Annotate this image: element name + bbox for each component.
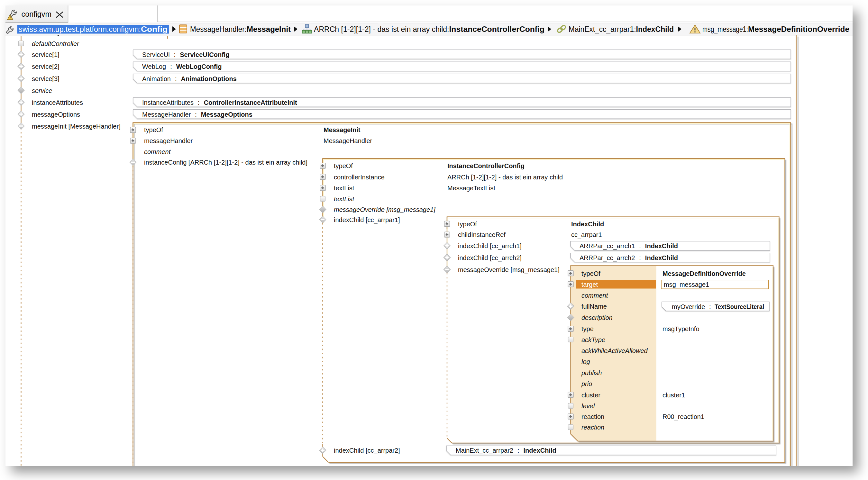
svg-text:service: service [32,87,52,94]
svg-text:ARRCh [1-2][1-2] - das ist ein: ARRCh [1-2][1-2] - das ist ein array chi… [314,25,449,33]
svg-text:MessageDefinitionOverride: MessageDefinitionOverride [662,270,746,277]
svg-text:myOverride: myOverride [672,303,705,310]
svg-text::: : [709,303,711,310]
svg-text:MessageInit: MessageInit [247,25,291,33]
svg-text:publish: publish [581,370,602,377]
svg-text:type: type [582,325,594,332]
svg-text:ARRPar_cc_arrch1:IndexChild: ARRPar_cc_arrch1:IndexChild [580,243,678,250]
svg-text:indexChild [cc_arrpar1]: indexChild [cc_arrpar1] [334,216,400,224]
svg-text:ARRPar_cc_arrch2:IndexChild: ARRPar_cc_arrch2:IndexChild [580,254,678,262]
svg-text:ARRCh [1-2][1-2] - das ist ein: ARRCh [1-2][1-2] - das ist ein array chi… [447,173,563,181]
svg-text:InstanceAttributes:ControllerI: InstanceAttributes:ControllerInstanceAtt… [142,99,297,106]
svg-text:MessageHandler: MessageHandler [323,137,372,145]
svg-text:messageInit [MessageHandler]: messageInit [MessageHandler] [32,123,121,130]
svg-text:ackWhileActiveAllowed: ackWhileActiveAllowed [582,347,648,354]
svg-text:instanceAttributes: instanceAttributes [32,99,83,106]
svg-text:typeOf: typeOf [582,270,600,277]
svg-text:service[2]: service[2] [32,63,60,70]
svg-text:msg_message1: msg_message1 [664,281,709,288]
svg-text:level: level [582,403,595,410]
svg-text:Config: Config [141,25,167,33]
svg-text:prio: prio [581,380,592,387]
svg-text:indexChild [cc_arrch1]: indexChild [cc_arrch1] [458,243,522,250]
svg-text:typeOf: typeOf [334,162,353,169]
svg-text:MessageTextList: MessageTextList [447,185,495,192]
svg-text:WebLog:WebLogConfig: WebLog:WebLogConfig [142,63,222,70]
svg-text:MessageHandler:: MessageHandler: [190,25,247,33]
svg-text:swiss.avm.up.test.platform.con: swiss.avm.up.test.platform.configvm: [19,25,141,33]
svg-text:description: description [582,314,613,321]
svg-text:instanceConfig [ARRCh [1-2][1-: instanceConfig [ARRCh [1-2][1-2] - das i… [144,159,307,166]
svg-text:IndexChild: IndexChild [571,221,604,228]
svg-text:R00_reaction1: R00_reaction1 [662,413,704,420]
svg-text:cc_arrpar1: cc_arrpar1 [571,231,602,238]
svg-text:indexChild [cc_arrpar2]: indexChild [cc_arrpar2] [334,447,400,454]
svg-text:textList: textList [334,185,354,192]
svg-text:msgTypeInfo: msgTypeInfo [662,325,700,332]
svg-text:ackType: ackType [582,336,605,343]
svg-text:MainExt_cc_arrpar2:IndexChild: MainExt_cc_arrpar2:IndexChild [456,447,556,454]
svg-text:InstanceControllerConfig: InstanceControllerConfig [449,25,545,33]
svg-text:IndexChild: IndexChild [636,25,674,33]
svg-text:TextSourceLiteral: TextSourceLiteral [715,303,764,310]
svg-text:msg_message1:: msg_message1: [702,25,748,33]
svg-text:target: target [582,281,598,288]
svg-text:service[1]: service[1] [32,51,60,58]
svg-text:typeOf: typeOf [144,126,163,133]
svg-text:InstanceControllerConfig: InstanceControllerConfig [447,162,525,169]
svg-text:typeOf: typeOf [458,221,477,228]
svg-text:Animation:AnimationOptions: Animation:AnimationOptions [142,75,237,82]
svg-text:messageHandler: messageHandler [144,137,193,145]
svg-text:messageOverride [msg_message1]: messageOverride [msg_message1] [458,266,560,274]
svg-text:messageOptions: messageOptions [32,111,80,118]
svg-text:fullName: fullName [582,303,607,310]
svg-text:MessageDefinitionOverride: MessageDefinitionOverride [748,25,849,33]
svg-text:MessageInit: MessageInit [323,126,361,133]
svg-text:log: log [582,358,590,365]
svg-text:MainExt_cc_arrpar1:: MainExt_cc_arrpar1: [568,25,636,33]
svg-text:reaction: reaction [582,413,604,420]
svg-text:childInstanceRef: childInstanceRef [458,231,505,238]
svg-text:indexChild [cc_arrch2]: indexChild [cc_arrch2] [458,254,522,262]
svg-text:reaction: reaction [582,424,604,431]
svg-text:ServiceUi:ServiceUiConfig: ServiceUi:ServiceUiConfig [142,51,229,58]
svg-text:textList: textList [334,195,355,202]
svg-text:cluster: cluster [582,392,600,399]
svg-text:comment: comment [144,148,171,155]
svg-text:service[3]: service[3] [32,75,60,82]
svg-text:controllerInstance: controllerInstance [334,173,384,181]
svg-text:comment: comment [582,292,609,299]
svg-text:defaultController: defaultController [32,40,80,47]
svg-text:cluster1: cluster1 [662,392,685,399]
svg-text:messageOverride [msg_message1]: messageOverride [msg_message1] [334,206,435,213]
svg-text:configvm: configvm [22,10,52,18]
